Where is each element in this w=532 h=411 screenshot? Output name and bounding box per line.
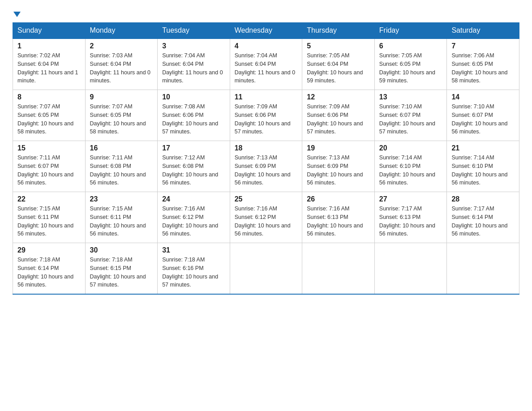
calendar-header-sunday: Sunday [13,23,86,39]
page-header [13,11,519,18]
calendar-cell: 24Sunrise: 7:16 AMSunset: 6:12 PMDayligh… [158,192,230,243]
day-info: Sunrise: 7:15 AMSunset: 6:11 PMDaylight:… [90,205,153,238]
day-info: Sunrise: 7:13 AMSunset: 6:09 PMDaylight:… [307,154,370,187]
day-info: Sunrise: 7:18 AMSunset: 6:15 PMDaylight:… [90,256,153,289]
calendar-header-monday: Monday [85,23,158,39]
day-info: Sunrise: 7:16 AMSunset: 6:13 PMDaylight:… [307,205,370,238]
day-number: 7 [451,42,515,50]
calendar-cell: 10Sunrise: 7:08 AMSunset: 6:06 PMDayligh… [158,90,230,141]
calendar-cell: 9Sunrise: 7:07 AMSunset: 6:05 PMDaylight… [85,90,158,141]
calendar-cell [230,243,302,295]
day-info: Sunrise: 7:16 AMSunset: 6:12 PMDaylight:… [162,205,225,238]
day-info: Sunrise: 7:08 AMSunset: 6:06 PMDaylight:… [162,103,225,136]
calendar-cell: 14Sunrise: 7:10 AMSunset: 6:07 PMDayligh… [447,90,519,141]
calendar-header-friday: Friday [374,23,447,39]
calendar-cell: 29Sunrise: 7:18 AMSunset: 6:14 PMDayligh… [13,243,86,295]
day-number: 20 [379,144,442,152]
day-info: Sunrise: 7:18 AMSunset: 6:16 PMDaylight:… [162,256,225,289]
day-number: 3 [162,42,225,50]
calendar-week-row: 15Sunrise: 7:11 AMSunset: 6:07 PMDayligh… [13,141,519,192]
calendar-table: SundayMondayTuesdayWednesdayThursdayFrid… [13,22,519,295]
day-number: 21 [451,144,515,152]
day-number: 22 [17,195,81,203]
calendar-cell: 4Sunrise: 7:04 AMSunset: 6:04 PMDaylight… [230,39,302,90]
day-number: 25 [235,195,298,203]
day-number: 16 [90,144,153,152]
day-number: 9 [90,93,153,101]
calendar-week-row: 29Sunrise: 7:18 AMSunset: 6:14 PMDayligh… [13,243,519,295]
day-info: Sunrise: 7:10 AMSunset: 6:07 PMDaylight:… [379,103,442,136]
day-number: 4 [235,42,298,50]
calendar-cell: 28Sunrise: 7:17 AMSunset: 6:14 PMDayligh… [447,192,519,243]
calendar-cell: 16Sunrise: 7:11 AMSunset: 6:08 PMDayligh… [85,141,158,192]
day-info: Sunrise: 7:03 AMSunset: 6:04 PMDaylight:… [90,51,153,85]
day-info: Sunrise: 7:07 AMSunset: 6:05 PMDaylight:… [17,103,81,136]
day-info: Sunrise: 7:07 AMSunset: 6:05 PMDaylight:… [90,103,153,136]
calendar-header-wednesday: Wednesday [230,23,302,39]
day-number: 11 [235,93,298,101]
day-number: 27 [379,195,442,203]
day-info: Sunrise: 7:06 AMSunset: 6:05 PMDaylight:… [451,51,515,85]
day-number: 15 [17,144,81,152]
day-info: Sunrise: 7:15 AMSunset: 6:11 PMDaylight:… [17,205,81,238]
calendar-cell: 2Sunrise: 7:03 AMSunset: 6:04 PMDaylight… [85,39,158,90]
day-number: 6 [379,42,442,50]
calendar-header-row: SundayMondayTuesdayWednesdayThursdayFrid… [13,23,519,39]
day-info: Sunrise: 7:05 AMSunset: 6:04 PMDaylight:… [307,51,370,85]
calendar-header-saturday: Saturday [447,23,519,39]
day-number: 5 [307,42,370,50]
calendar-cell: 23Sunrise: 7:15 AMSunset: 6:11 PMDayligh… [85,192,158,243]
calendar-cell: 31Sunrise: 7:18 AMSunset: 6:16 PMDayligh… [158,243,230,295]
day-number: 13 [379,93,442,101]
day-info: Sunrise: 7:05 AMSunset: 6:05 PMDaylight:… [379,51,442,85]
calendar-cell: 13Sunrise: 7:10 AMSunset: 6:07 PMDayligh… [374,90,447,141]
day-number: 19 [307,144,370,152]
calendar-cell: 1Sunrise: 7:02 AMSunset: 6:04 PMDaylight… [13,39,86,90]
day-info: Sunrise: 7:17 AMSunset: 6:14 PMDaylight:… [451,205,515,238]
day-number: 29 [17,246,81,254]
day-info: Sunrise: 7:10 AMSunset: 6:07 PMDaylight:… [451,103,515,136]
day-info: Sunrise: 7:04 AMSunset: 6:04 PMDaylight:… [235,51,298,85]
calendar-cell: 18Sunrise: 7:13 AMSunset: 6:09 PMDayligh… [230,141,302,192]
calendar-cell: 11Sunrise: 7:09 AMSunset: 6:06 PMDayligh… [230,90,302,141]
day-number: 24 [162,195,225,203]
day-number: 31 [162,246,225,254]
calendar-cell: 3Sunrise: 7:04 AMSunset: 6:04 PMDaylight… [158,39,230,90]
calendar-cell: 8Sunrise: 7:07 AMSunset: 6:05 PMDaylight… [13,90,86,141]
calendar-week-row: 8Sunrise: 7:07 AMSunset: 6:05 PMDaylight… [13,90,519,141]
calendar-cell: 7Sunrise: 7:06 AMSunset: 6:05 PMDaylight… [447,39,519,90]
day-info: Sunrise: 7:02 AMSunset: 6:04 PMDaylight:… [17,51,81,85]
day-number: 28 [451,195,515,203]
calendar-cell: 26Sunrise: 7:16 AMSunset: 6:13 PMDayligh… [302,192,375,243]
day-number: 17 [162,144,225,152]
day-info: Sunrise: 7:11 AMSunset: 6:08 PMDaylight:… [90,154,153,187]
day-info: Sunrise: 7:09 AMSunset: 6:06 PMDaylight:… [307,103,370,136]
calendar-header-tuesday: Tuesday [158,23,230,39]
calendar-cell: 12Sunrise: 7:09 AMSunset: 6:06 PMDayligh… [302,90,375,141]
logo-triangle-icon [13,12,21,17]
calendar-cell: 20Sunrise: 7:14 AMSunset: 6:10 PMDayligh… [374,141,447,192]
day-number: 14 [451,93,515,101]
day-number: 18 [235,144,298,152]
day-info: Sunrise: 7:13 AMSunset: 6:09 PMDaylight:… [235,154,298,187]
day-info: Sunrise: 7:11 AMSunset: 6:07 PMDaylight:… [17,154,81,187]
day-info: Sunrise: 7:12 AMSunset: 6:08 PMDaylight:… [162,154,225,187]
calendar-cell: 19Sunrise: 7:13 AMSunset: 6:09 PMDayligh… [302,141,375,192]
day-info: Sunrise: 7:09 AMSunset: 6:06 PMDaylight:… [235,103,298,136]
calendar-cell: 25Sunrise: 7:16 AMSunset: 6:12 PMDayligh… [230,192,302,243]
calendar-cell: 5Sunrise: 7:05 AMSunset: 6:04 PMDaylight… [302,39,375,90]
day-number: 30 [90,246,153,254]
day-number: 23 [90,195,153,203]
calendar-header-thursday: Thursday [302,23,375,39]
calendar-cell: 21Sunrise: 7:14 AMSunset: 6:10 PMDayligh… [447,141,519,192]
calendar-cell: 27Sunrise: 7:17 AMSunset: 6:13 PMDayligh… [374,192,447,243]
calendar-cell: 6Sunrise: 7:05 AMSunset: 6:05 PMDaylight… [374,39,447,90]
day-number: 2 [90,42,153,50]
day-number: 26 [307,195,370,203]
logo [13,11,21,18]
day-number: 1 [17,42,81,50]
day-info: Sunrise: 7:18 AMSunset: 6:14 PMDaylight:… [17,256,81,289]
day-number: 8 [17,93,81,101]
calendar-week-row: 22Sunrise: 7:15 AMSunset: 6:11 PMDayligh… [13,192,519,243]
day-info: Sunrise: 7:14 AMSunset: 6:10 PMDaylight:… [379,154,442,187]
